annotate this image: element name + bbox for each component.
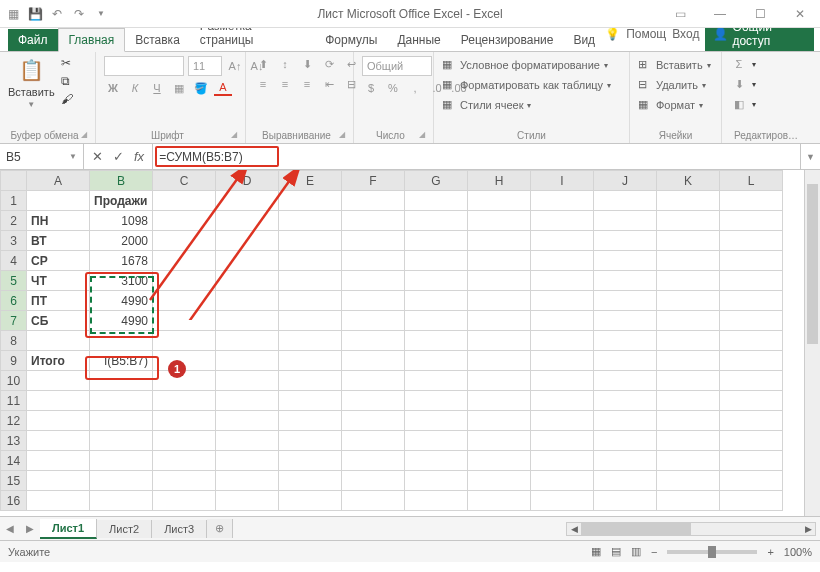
cell[interactable] [90, 451, 153, 471]
tab-home[interactable]: Главная [58, 28, 126, 52]
cell[interactable] [153, 391, 216, 411]
formula-bar-expand-icon[interactable]: ▼ [800, 144, 820, 169]
zoom-slider[interactable] [667, 550, 757, 554]
undo-icon[interactable]: ↶ [50, 7, 64, 21]
cell[interactable]: ЧТ [27, 271, 90, 291]
cell[interactable] [342, 311, 405, 331]
cell[interactable] [342, 491, 405, 511]
cell[interactable] [216, 371, 279, 391]
cell[interactable] [468, 471, 531, 491]
cell[interactable] [405, 351, 468, 371]
vertical-scrollbar[interactable] [804, 170, 820, 516]
tab-file[interactable]: Файл [8, 29, 58, 51]
col-header-g[interactable]: G [405, 171, 468, 191]
cell[interactable] [657, 491, 720, 511]
cell[interactable] [279, 211, 342, 231]
cell[interactable] [216, 471, 279, 491]
cell[interactable] [657, 331, 720, 351]
align-top-icon[interactable]: ⬆ [254, 56, 272, 72]
cell[interactable] [531, 431, 594, 451]
cell[interactable] [216, 431, 279, 451]
cell[interactable] [27, 411, 90, 431]
cell[interactable] [531, 271, 594, 291]
name-box-dropdown-icon[interactable]: ▼ [69, 152, 77, 161]
cell[interactable] [720, 351, 783, 371]
cell[interactable] [216, 231, 279, 251]
redo-icon[interactable]: ↷ [72, 7, 86, 21]
horizontal-scrollbar[interactable]: ◀ ▶ [566, 522, 816, 536]
cell[interactable] [342, 251, 405, 271]
qat-dropdown-icon[interactable]: ▼ [94, 7, 108, 21]
cell[interactable] [342, 191, 405, 211]
cell[interactable] [720, 331, 783, 351]
cell[interactable] [657, 211, 720, 231]
cell[interactable] [720, 491, 783, 511]
zoom-slider-thumb[interactable] [708, 546, 716, 558]
cell[interactable] [594, 231, 657, 251]
cell[interactable] [279, 371, 342, 391]
close-button[interactable]: ✕ [780, 0, 820, 28]
cell[interactable] [594, 311, 657, 331]
cell[interactable] [216, 251, 279, 271]
cell[interactable] [531, 231, 594, 251]
col-header-i[interactable]: I [531, 171, 594, 191]
view-page-layout-icon[interactable]: ▤ [611, 545, 621, 558]
tab-formulas[interactable]: Формулы [315, 29, 387, 51]
cell[interactable] [27, 431, 90, 451]
cell[interactable] [657, 251, 720, 271]
cell[interactable] [405, 371, 468, 391]
cell[interactable] [279, 471, 342, 491]
cell[interactable] [594, 391, 657, 411]
cell[interactable] [279, 351, 342, 371]
enter-formula-icon[interactable]: ✓ [113, 149, 124, 164]
number-format-combo[interactable]: Общий [362, 56, 432, 76]
cell[interactable] [153, 211, 216, 231]
col-header-b[interactable]: B [90, 171, 153, 191]
row-header[interactable]: 10 [1, 371, 27, 391]
cell[interactable] [279, 231, 342, 251]
cell[interactable] [216, 331, 279, 351]
percent-icon[interactable]: % [384, 80, 402, 96]
row-header[interactable]: 6 [1, 291, 27, 311]
cell[interactable] [27, 331, 90, 351]
col-header-e[interactable]: E [279, 171, 342, 191]
cell-styles-button[interactable]: ▦Стили ячеек▾ [442, 96, 531, 114]
cell[interactable] [657, 371, 720, 391]
fill-color-icon[interactable]: 🪣 [192, 80, 210, 96]
cell[interactable] [720, 451, 783, 471]
cell[interactable] [594, 251, 657, 271]
name-box[interactable]: B5 ▼ [0, 144, 84, 169]
cell[interactable] [342, 391, 405, 411]
cell[interactable]: 4990 [90, 311, 153, 331]
cell[interactable] [153, 471, 216, 491]
cell[interactable] [531, 211, 594, 231]
cell[interactable] [468, 451, 531, 471]
sheet-tab-2[interactable]: Лист2 [97, 520, 152, 538]
row-header[interactable]: 1 [1, 191, 27, 211]
cell[interactable] [279, 251, 342, 271]
cell[interactable] [531, 411, 594, 431]
cell[interactable] [531, 491, 594, 511]
cell[interactable]: СБ [27, 311, 90, 331]
cell[interactable] [720, 251, 783, 271]
cell[interactable] [657, 271, 720, 291]
cell[interactable] [27, 471, 90, 491]
paste-button[interactable]: 📋 Вставить ▼ [8, 56, 55, 109]
cell[interactable] [342, 271, 405, 291]
cell[interactable] [468, 271, 531, 291]
cell[interactable] [531, 251, 594, 271]
cell[interactable] [342, 431, 405, 451]
cell[interactable] [405, 211, 468, 231]
cell[interactable] [594, 191, 657, 211]
font-dialog-icon[interactable]: ◢ [231, 130, 237, 139]
cell[interactable] [153, 331, 216, 351]
row-header[interactable]: 4 [1, 251, 27, 271]
cell[interactable] [27, 371, 90, 391]
cell[interactable] [657, 431, 720, 451]
cell[interactable] [468, 491, 531, 511]
align-middle-icon[interactable]: ↕ [276, 56, 294, 72]
conditional-formatting-button[interactable]: ▦Условное форматирование▾ [442, 56, 608, 74]
cell[interactable] [405, 331, 468, 351]
cell[interactable] [594, 451, 657, 471]
cell[interactable] [405, 471, 468, 491]
